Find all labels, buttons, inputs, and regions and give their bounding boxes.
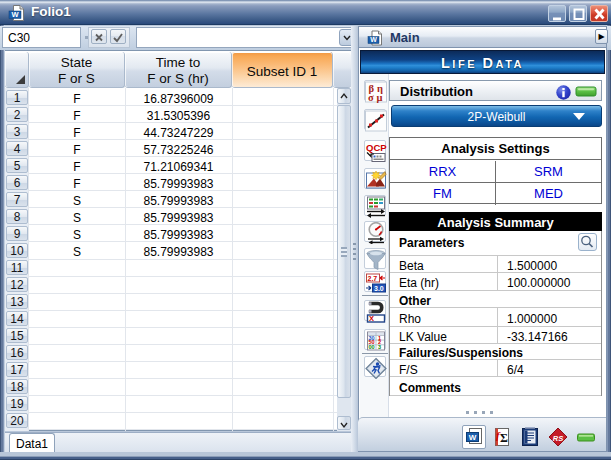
svg-text:00: 00 <box>369 344 375 350</box>
svg-text:Σ: Σ <box>500 431 508 445</box>
svg-text:3.0: 3.0 <box>374 285 384 292</box>
svg-text:W: W <box>370 36 377 43</box>
svg-text:W: W <box>11 10 19 19</box>
svg-text:3: 3 <box>378 344 381 350</box>
svg-text:RS: RS <box>553 434 563 443</box>
svg-text:σ: σ <box>368 92 374 103</box>
svg-text:W: W <box>469 433 477 442</box>
svg-text:μ: μ <box>377 92 383 103</box>
svg-text:2.7: 2.7 <box>368 275 378 282</box>
svg-text:X: X <box>369 314 374 323</box>
svg-text:QCP: QCP <box>366 142 387 153</box>
